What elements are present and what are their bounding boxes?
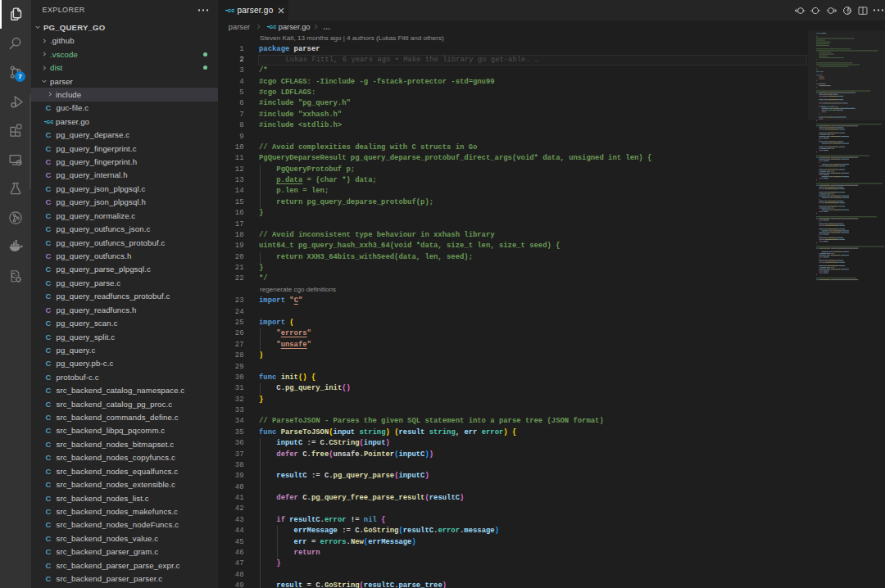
svg-text:GO: GO (270, 25, 277, 29)
svg-text:GO: GO (47, 119, 54, 124)
svg-text:GO: GO (228, 8, 235, 13)
